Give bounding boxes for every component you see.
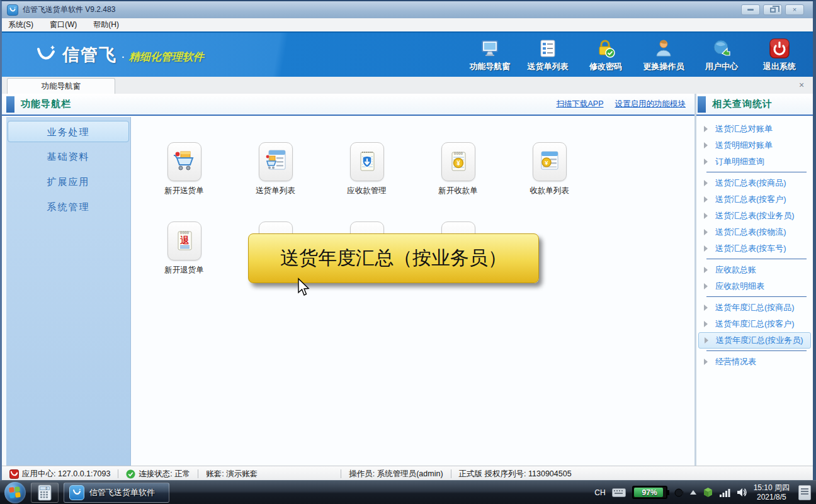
speaker-icon[interactable] <box>737 488 747 497</box>
sidebar-item-basic-data[interactable]: 基础资料 <box>8 146 129 167</box>
status-operator: 操作员: 系统管理员(admin) <box>341 469 450 479</box>
svg-text:¥: ¥ <box>545 159 548 166</box>
globe-arrow-icon <box>711 38 732 59</box>
panel-item-annual-by-salesman[interactable]: 送货年度汇总(按业务员) <box>698 332 811 349</box>
list-icon <box>537 38 558 59</box>
accent-bar <box>698 96 706 113</box>
power-icon <box>769 38 790 59</box>
panel-item-summary-by-salesman[interactable]: 送货汇总表(按业务员) <box>696 208 813 224</box>
minimize-button[interactable] <box>741 4 760 15</box>
panel-item-delivery-summary-statement[interactable]: 送货汇总对账单 <box>696 121 813 137</box>
shortcut-label: 送货单列表 <box>256 186 295 196</box>
triangle-bullet-icon <box>704 321 708 327</box>
shortcut-receivable-mgmt[interactable]: 应收款管理 <box>321 142 412 196</box>
keyboard-icon[interactable] <box>612 488 626 497</box>
app-logo-icon <box>69 485 84 500</box>
svg-text:退: 退 <box>180 235 190 245</box>
nav-header-links: 扫描下载APP 设置启用的功能模块 <box>556 99 686 109</box>
sidebar-item-business[interactable]: 业务处理 <box>8 121 129 142</box>
status-license: 正式版 授权序列号: 1130904505 <box>451 469 579 479</box>
svg-text:0000: 0000 <box>453 151 463 155</box>
toolbar-button-change-password[interactable]: 修改密码 <box>581 38 630 72</box>
toolbar-button-switch-operator[interactable]: 更换操作员 <box>639 38 688 72</box>
panel-item-business-situation[interactable]: 经营情况表 <box>696 354 813 370</box>
panel-item-delivery-detail-statement[interactable]: 送货明细对账单 <box>696 137 813 154</box>
link-scan-download-app[interactable]: 扫描下载APP <box>556 99 603 109</box>
tray-app-cube-icon[interactable] <box>703 487 713 498</box>
restore-button[interactable] <box>763 4 782 15</box>
close-button[interactable]: × <box>785 4 804 15</box>
panel-divider <box>706 350 807 351</box>
panel-item-annual-by-product[interactable]: 送货年度汇总(按商品) <box>696 300 813 316</box>
svg-text:0000: 0000 <box>179 230 189 235</box>
triangle-bullet-icon <box>704 159 708 165</box>
show-hidden-icons-button[interactable] <box>690 490 696 495</box>
panel-item-summary-by-customer[interactable]: 送货汇总表(按客户) <box>696 191 813 208</box>
clock-date: 2021/8/5 <box>757 493 786 501</box>
triangle-bullet-icon <box>704 126 708 132</box>
menu-help[interactable]: 帮助(H) <box>93 20 119 30</box>
tab-nav-window[interactable]: 功能导航窗 <box>7 78 115 94</box>
accent-bar <box>6 96 14 113</box>
toolbar-button-nav-window[interactable]: 功能导航窗 <box>465 38 514 72</box>
panel-item-receivable-detail[interactable]: 应收款明细表 <box>696 278 813 294</box>
notification-panel-icon[interactable] <box>798 485 811 500</box>
panel-item-receivable-ledger[interactable]: 应收款总账 <box>696 262 813 278</box>
shortcut-new-delivery[interactable]: 新开送货单 <box>139 142 230 196</box>
main-area: 新开送货单 送货单列表 应收款管理 0000¥ <box>131 117 694 466</box>
shortcut-new-return[interactable]: 0000退 新开退货单 <box>139 221 230 276</box>
triangle-bullet-icon <box>704 359 708 365</box>
shortcut-label: 收款单列表 <box>530 186 569 196</box>
start-button[interactable] <box>4 482 26 503</box>
link-configure-modules[interactable]: 设置启用的功能模块 <box>615 99 686 109</box>
triangle-bullet-icon <box>704 196 708 203</box>
clock-time: 15:10 周四 <box>754 483 790 492</box>
tooltip: 送货年度汇总（按业务员） <box>248 233 539 283</box>
nav-header-title: 功能导航栏 <box>21 98 71 110</box>
panel-item-summary-by-vehicle[interactable]: 送货汇总表(按车号) <box>696 240 813 257</box>
receivable-shield-icon <box>350 142 384 181</box>
toolbar-button-exit[interactable]: 退出系统 <box>755 38 804 72</box>
ime-indicator[interactable]: CH <box>594 488 605 497</box>
brand-slogan: 精细化管理软件 <box>129 50 204 64</box>
receipt-coin-icon: 0000¥ <box>441 142 475 181</box>
panel-item-annual-by-customer[interactable]: 送货年度汇总(按客户) <box>696 316 813 332</box>
panel-divider <box>706 259 807 259</box>
sidebar: 业务处理 基础资料 扩展应用 系统管理 <box>6 117 131 466</box>
related-query-panel: 相关查询统计 送货汇总对账单 送货明细对账单 订单明细查询 送货汇总表(按商品)… <box>696 94 813 466</box>
panel-item-order-detail-query[interactable]: 订单明细查询 <box>696 154 813 170</box>
mouse-cursor <box>296 277 310 296</box>
taskbar: 0 信管飞送货单软件 CH 97% 15:10 周四 2021/8/5 <box>0 480 816 504</box>
triangle-bullet-icon <box>704 283 708 289</box>
shortcut-receipt-list[interactable]: ¥ 收款单列表 <box>504 142 595 196</box>
taskbar-calculator-button[interactable]: 0 <box>31 483 59 503</box>
panel-item-summary-by-logistics[interactable]: 送货汇总表(按物流) <box>696 224 813 240</box>
panel-divider <box>706 172 807 172</box>
brand-name: 信管飞 <box>62 43 117 66</box>
taskbar-app-button[interactable]: 信管飞送货单软件 <box>64 483 169 503</box>
shortcut-delivery-list[interactable]: 送货单列表 <box>230 142 321 196</box>
sidebar-item-extensions[interactable]: 扩展应用 <box>8 171 129 193</box>
toolbar-button-delivery-list[interactable]: 送货单列表 <box>523 38 572 72</box>
taskbar-clock[interactable]: 15:10 周四 2021/8/5 <box>754 483 790 502</box>
menu-window[interactable]: 窗口(W) <box>50 20 77 30</box>
shortcut-label: 新开收款单 <box>438 186 478 196</box>
toolbar-button-user-center[interactable]: 用户中心 <box>697 38 746 72</box>
window-title: 信管飞送货单软件 V9.2.483 <box>23 4 115 15</box>
windows-flag-icon <box>9 486 21 499</box>
toolbar-band: 信管飞 · 精细化管理软件 功能导航窗 送货单列表 <box>2 31 813 77</box>
brand-mark-icon <box>35 45 57 65</box>
panel-item-summary-by-product[interactable]: 送货汇总表(按商品) <box>696 175 813 191</box>
sidebar-item-system[interactable]: 系统管理 <box>8 196 129 218</box>
triangle-bullet-icon <box>705 337 708 344</box>
shortcut-new-receipt[interactable]: 0000¥ 新开收款单 <box>412 142 504 196</box>
menu-system[interactable]: 系统(S) <box>8 20 33 30</box>
shortcut-label: 新开送货单 <box>164 186 204 196</box>
status-app-center: 应用中心: 127.0.0.1:7093 <box>2 469 118 479</box>
network-signal-icon[interactable] <box>720 488 730 497</box>
app-center-icon <box>9 469 19 479</box>
battery-nub <box>667 490 669 495</box>
app-logo-icon <box>7 4 18 16</box>
battery-indicator[interactable]: 97% <box>632 486 667 499</box>
tab-close-icon[interactable]: × <box>796 80 807 90</box>
